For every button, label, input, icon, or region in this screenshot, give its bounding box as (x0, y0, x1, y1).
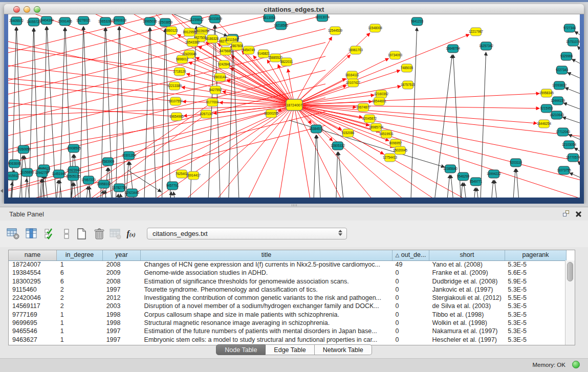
network-node-label: 20301354 (122, 154, 137, 157)
network-node-label: 16648784 (446, 47, 461, 50)
select-all-icon[interactable] (43, 227, 57, 241)
network-node-label: 8186328 (206, 37, 219, 40)
table-cell-in_degree: 6 (57, 277, 103, 286)
table-toolbar: f(x) citations_edges.txt (0, 221, 588, 247)
network-node-label: 12213389 (167, 84, 182, 87)
sort-asc-icon: △ (396, 252, 400, 258)
tab-edge-table[interactable]: Edge Table (266, 344, 314, 355)
table-row[interactable]: 977716911998Corpus callosum shape and si… (9, 311, 565, 319)
network-node-label: 19965036 (143, 19, 158, 23)
network-node-label: 9727344 (563, 26, 576, 30)
column-header-in_degree[interactable]: in_degree (57, 250, 103, 260)
network-node-label: 16033809 (208, 17, 223, 20)
float-panel-icon[interactable] (563, 210, 570, 217)
memory-status-indicator (572, 361, 580, 368)
table-cell-name: 9777169 (9, 311, 57, 319)
network-node-label: 15958345 (539, 91, 554, 95)
table-scrollbar-thumb[interactable] (567, 262, 573, 281)
network-node-label: 7485035 (401, 66, 413, 70)
table-row[interactable]: 1872400712008Changes of HCN gene express… (9, 260, 565, 269)
network-node-label: 11073755 (557, 168, 571, 172)
table-row[interactable]: 1938455462009Genome-wide association stu… (9, 269, 565, 277)
network-node-label: 9242848 (218, 62, 231, 66)
close-panel-icon[interactable] (575, 210, 582, 217)
table-row[interactable]: 911546021997Tourette syndrome. Phenomeno… (9, 286, 565, 294)
table-cell-name: 18724007 (9, 260, 57, 269)
table-cell-year: 1997 (103, 336, 141, 344)
clear-selection-icon[interactable] (59, 227, 74, 241)
table-row[interactable]: 969969511998Structural magnetic resonanc… (9, 319, 565, 327)
network-node-label: 18544691 (372, 99, 387, 103)
table-row[interactable]: 1456911722003Disruption of a novel membe… (9, 302, 565, 310)
network-node-label: 16958107 (97, 182, 112, 186)
network-node-label: 2867608 (231, 44, 244, 48)
dropdown-arrows-icon (338, 230, 342, 236)
delete-table-icon[interactable] (108, 227, 123, 241)
new-column-icon[interactable] (75, 227, 89, 241)
network-node-label: 20091406 (58, 19, 73, 23)
network-node-label: 15938505 (67, 146, 81, 150)
column-header-pagerank[interactable]: pagerank (505, 250, 567, 260)
function-builder-icon[interactable]: f(x) (124, 227, 138, 241)
network-node-label: 11156893 (20, 170, 34, 174)
network-node-label: 18300295 (264, 112, 279, 115)
network-node-label: 12444159 (551, 99, 565, 102)
table-body: 1872400712008Changes of HCN gene express… (9, 260, 565, 344)
network-node-label: 9546299 (457, 174, 470, 178)
table-row[interactable]: 1830029562008Estimation of significance … (9, 277, 565, 286)
network-node-label: 11451944 (52, 172, 66, 176)
network-node-label: 17712043 (556, 130, 571, 134)
table-cell-out_degree: 0 (392, 336, 429, 344)
column-header-title[interactable]: title (141, 250, 393, 260)
delete-column-icon[interactable] (92, 227, 106, 241)
network-node-label: 9063695 (8, 162, 21, 165)
table-selector-value: citations_edges.txt (153, 230, 208, 237)
table-cell-pagerank: 5.3E-5 (504, 302, 565, 310)
table-cell-name: 9699695 (9, 319, 57, 327)
column-header-year[interactable]: year (103, 250, 141, 260)
table-cell-pagerank: 5.3E-5 (504, 319, 565, 327)
table-cell-pagerank: 5.3E-5 (504, 260, 565, 269)
table-cell-short: Tibbo et al. (1998) (428, 311, 504, 319)
network-node-label: 18226058 (195, 29, 210, 33)
table-row[interactable]: 2242004622012Investigating the contribut… (9, 294, 565, 302)
collapse-handle-icon[interactable] (1, 189, 3, 193)
network-node-label: 9152086 (342, 131, 355, 135)
network-node-label: 8454749 (243, 48, 255, 52)
network-node-label: 9329966 (560, 54, 573, 58)
network-node-label: 18985734 (369, 125, 384, 129)
table-cell-title: Investigating the contribution of common… (141, 294, 392, 302)
tab-network-table[interactable]: Network Table (315, 344, 372, 355)
table-scrollbar[interactable] (565, 260, 575, 345)
network-window-titlebar[interactable]: citations_edges.txt (4, 4, 584, 14)
network-node-label: 8912955 (183, 30, 196, 34)
table-selector-dropdown[interactable]: citations_edges.txt (147, 228, 347, 239)
network-frame: 2040557214055723194043942009140615276021… (4, 14, 584, 204)
divider-grip-icon[interactable] (292, 204, 297, 206)
table-options-icon[interactable] (6, 227, 20, 241)
network-node-label: 10674877 (356, 105, 371, 109)
column-header-name[interactable]: name (9, 250, 57, 260)
network-node-label: 12217987 (469, 30, 484, 33)
network-node-label: 3915911 (8, 174, 19, 178)
table-cell-name: 19384554 (9, 269, 57, 277)
network-node-label: 13505135 (66, 174, 81, 178)
table-cell-out_degree: 0 (392, 294, 429, 302)
network-node-label: 12942757 (35, 171, 50, 174)
column-header-short[interactable]: short (429, 250, 505, 260)
table-cell-out_degree: 0 (392, 286, 429, 294)
network-node-label: 16210643 (550, 113, 564, 117)
network-node-label: 18757515 (401, 83, 416, 86)
network-node-label: 9457791 (166, 184, 179, 187)
table-row[interactable]: 946362711997Embryonic stem cells: a mode… (9, 336, 565, 344)
show-column-icon[interactable] (25, 227, 39, 241)
table-cell-title: Genome-wide association studies in ADHD. (141, 269, 392, 277)
tab-node-table[interactable]: Node Table (216, 344, 266, 355)
table-cell-short: de Silva et al. (2003) (428, 302, 504, 310)
column-header-out_degree[interactable]: △ out_de... (393, 250, 429, 260)
table-row[interactable]: 946554611997Estimation of the future num… (9, 327, 565, 335)
network-node-label: 16543382 (185, 40, 200, 44)
network-canvas[interactable]: 2040557214055723194043942009140615276021… (8, 14, 580, 198)
network-node-label: 15885520 (268, 56, 283, 59)
network-node-label: 16961703 (349, 48, 363, 52)
